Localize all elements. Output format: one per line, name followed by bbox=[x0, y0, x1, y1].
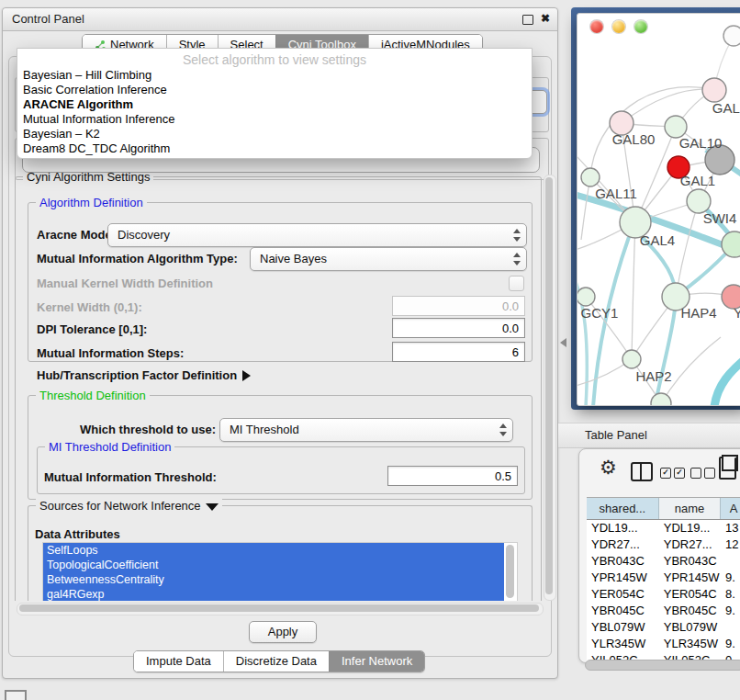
mi-steps-field[interactable]: 6 bbox=[392, 342, 525, 362]
apply-button[interactable]: Apply bbox=[249, 621, 317, 643]
network-node-label: GCY1 bbox=[581, 305, 619, 321]
table-row[interactable]: YDR27...YDR27...12 bbox=[587, 536, 740, 553]
control-panel-title: Control Panel bbox=[12, 12, 84, 26]
list-item[interactable]: TopologicalCoefficient bbox=[43, 558, 504, 572]
aracne-mode-combobox[interactable]: Discovery bbox=[107, 223, 527, 247]
dpi-tolerance-field[interactable]: 0.0 bbox=[392, 318, 525, 338]
table-row[interactable]: YDL19...YDL19...13 bbox=[587, 520, 740, 536]
tab-impute-data[interactable]: Impute Data bbox=[134, 651, 223, 672]
network-node-label: GAL10 bbox=[679, 135, 723, 151]
combo-arrows-icon bbox=[499, 423, 506, 436]
settings-horizontal-scrollbar[interactable] bbox=[17, 603, 544, 615]
cell: YBR043C bbox=[587, 553, 659, 570]
cell: 12 bbox=[721, 536, 740, 553]
network-node-label: GAL11 bbox=[595, 186, 637, 201]
table-row[interactable]: YBL079WYBL079W bbox=[587, 619, 740, 636]
list-item[interactable]: SelfLoops bbox=[43, 543, 504, 558]
table-horizontal-scrollbar[interactable] bbox=[585, 660, 740, 671]
column-header-partial[interactable]: A bbox=[721, 498, 740, 519]
kernel-width-field[interactable]: 0.0 bbox=[392, 296, 525, 316]
window-zoom-button[interactable] bbox=[634, 20, 647, 33]
combo-arrows-icon bbox=[513, 229, 520, 242]
menu-item[interactable]: Bayesian – K2 bbox=[17, 127, 532, 141]
deselect-all-columns-icon[interactable] bbox=[690, 468, 715, 479]
table-row[interactable]: YLR345WYLR345W9. bbox=[587, 636, 740, 652]
cell: 9. bbox=[721, 570, 740, 586]
menu-item[interactable]: Bayesian – Hill Climbing bbox=[17, 68, 532, 83]
column-layout-icon[interactable] bbox=[631, 462, 653, 481]
network-node[interactable] bbox=[723, 26, 740, 46]
menu-item[interactable]: Dream8 DC_TDC Algorithm bbox=[17, 141, 532, 156]
network-canvas[interactable]: GAL7GAL80GAL10GAL1GAL11SWI4GAL4GCY1HAP4Y… bbox=[577, 14, 740, 405]
combo-arrows-icon bbox=[513, 253, 520, 265]
vertical-scrollbar-thumb[interactable] bbox=[545, 177, 553, 594]
cell: 9. bbox=[721, 636, 740, 652]
cell: YPR145W bbox=[587, 570, 659, 586]
network-edge[interactable] bbox=[622, 89, 714, 123]
algorithm-dropdown-popup: Select algorithm to view settings Bayesi… bbox=[17, 48, 533, 159]
window-minimize-button[interactable] bbox=[612, 20, 625, 33]
cell: YBR045C bbox=[659, 603, 721, 619]
application-root: Control Panel ✖ Network Style Select bbox=[0, 0, 740, 700]
cell: YDL19... bbox=[659, 520, 721, 536]
hub-definition-expander[interactable]: Hub/Transcription Factor Definition bbox=[37, 368, 251, 382]
manual-kernel-checkbox[interactable] bbox=[509, 276, 524, 291]
data-attributes-list[interactable]: SelfLoops TopologicalCoefficient Between… bbox=[42, 542, 518, 601]
float-window-icon[interactable] bbox=[522, 15, 533, 25]
network-edge[interactable] bbox=[714, 354, 740, 405]
network-edge[interactable] bbox=[632, 222, 635, 359]
column-header-name[interactable]: name bbox=[659, 498, 721, 519]
close-icon[interactable]: ✖ bbox=[541, 12, 550, 25]
column-header-shared-name[interactable]: shared... bbox=[587, 498, 659, 519]
network-edge[interactable] bbox=[593, 237, 629, 405]
manual-kernel-label: Manual Kernel Width Definition bbox=[37, 277, 213, 290]
cell bbox=[721, 553, 740, 570]
unchecked-checkbox-icon bbox=[704, 468, 715, 479]
list-item[interactable]: gal4RGexp bbox=[43, 587, 504, 601]
network-node-label: GAL7 bbox=[712, 100, 740, 116]
tab-impute-data-label: Impute Data bbox=[146, 651, 211, 672]
table-row[interactable]: YER054CYER054C8. bbox=[587, 586, 740, 603]
network-node[interactable] bbox=[577, 288, 595, 306]
mi-threshold-field[interactable]: 0.5 bbox=[387, 466, 518, 486]
list-scrollbar-thumb[interactable] bbox=[506, 545, 514, 598]
table-row[interactable]: YPR145WYPR145W9. bbox=[587, 570, 740, 586]
network-view-frame: GAL7GAL80GAL10GAL1GAL11SWI4GAL4GCY1HAP4Y… bbox=[571, 7, 740, 410]
table-row[interactable]: YBR043CYBR043C bbox=[587, 553, 740, 570]
menu-item[interactable]: Mutual Information Inference bbox=[17, 112, 532, 127]
cell: YLR345W bbox=[587, 636, 659, 652]
sources-expander[interactable]: Sources for Network Inference bbox=[36, 499, 222, 513]
docked-panel-icon[interactable] bbox=[5, 690, 27, 700]
gear-icon[interactable]: ⚙ bbox=[600, 457, 617, 477]
mi-type-label: Mutual Information Algorithm Type: bbox=[37, 252, 238, 265]
cell: YBL079W bbox=[659, 619, 721, 636]
network-node[interactable] bbox=[581, 168, 600, 186]
network-node[interactable] bbox=[622, 350, 641, 368]
network-node[interactable] bbox=[702, 78, 726, 102]
horizontal-scrollbar-thumb[interactable] bbox=[19, 604, 539, 612]
expander-collapsed-icon bbox=[242, 370, 251, 381]
split-pane-collapse-arrow[interactable] bbox=[560, 338, 566, 347]
cell: YDR27... bbox=[659, 536, 721, 553]
mi-type-value: Naive Bayes bbox=[260, 252, 327, 265]
new-table-icon[interactable] bbox=[719, 457, 736, 480]
list-item[interactable]: BetweennessCentrality bbox=[43, 572, 504, 587]
sources-title: Sources for Network Inference bbox=[39, 499, 201, 513]
window-close-button[interactable] bbox=[590, 20, 603, 33]
settings-vertical-scrollbar[interactable] bbox=[544, 175, 556, 601]
network-node[interactable] bbox=[651, 393, 671, 405]
menu-item[interactable]: Basic Correlation Inference bbox=[17, 83, 532, 97]
which-threshold-combobox[interactable]: MI Threshold bbox=[219, 418, 513, 442]
menu-item-selected[interactable]: ARACNE Algorithm bbox=[17, 97, 532, 112]
threshold-definition-title: Threshold Definition bbox=[36, 389, 150, 402]
tab-infer-network[interactable]: Infer Network bbox=[329, 651, 424, 672]
mi-type-combobox[interactable]: Naive Bayes bbox=[250, 247, 527, 271]
table-row[interactable]: YBR045CYBR045C9. bbox=[587, 603, 740, 619]
network-node-label: Y bbox=[734, 305, 740, 321]
select-all-columns-icon[interactable]: ✓ ✓ bbox=[660, 468, 685, 479]
node-table: shared... name A YDL19...YDL19...13 YDR2… bbox=[587, 497, 740, 661]
network-window: GAL7GAL80GAL10GAL1GAL11SWI4GAL4GCY1HAP4Y… bbox=[577, 13, 740, 406]
cell: 13 bbox=[721, 520, 740, 536]
cyni-algorithm-settings-title: Cyni Algorithm Settings bbox=[23, 173, 153, 184]
tab-discretize-data[interactable]: Discretize Data bbox=[223, 651, 329, 672]
